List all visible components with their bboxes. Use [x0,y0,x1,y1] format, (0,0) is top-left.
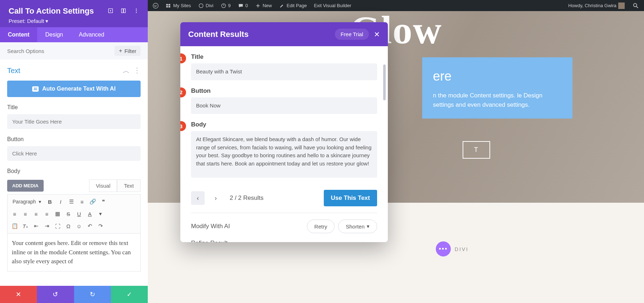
tab-design[interactable]: Design [37,27,71,42]
add-media-button[interactable]: ADD MEDIA [7,180,44,192]
updates-link[interactable]: 9 [219,0,233,11]
fullscreen-icon[interactable]: ⛶ [53,222,63,230]
modal-scrollbar[interactable] [383,64,386,100]
svg-point-5 [199,4,203,8]
svg-point-12 [136,10,137,11]
textcolor-icon[interactable]: A [85,210,95,218]
panel-header: Call To Action Settings Preset: Default … [0,0,148,27]
search-input[interactable] [7,48,114,54]
cancel-button[interactable]: ✕ [0,286,37,303]
undo-button[interactable]: ↺ [37,286,74,303]
wp-admin-bar: My Sites Divi 9 0 New Edit Page Exit Vis… [148,0,644,11]
svg-point-11 [136,9,137,9]
use-this-text-button[interactable]: Use This Text [324,190,377,206]
editor-tab-text[interactable]: Text [117,179,141,192]
divi-fab[interactable]: ••• [436,241,451,256]
textcolor-picker-icon[interactable]: ▾ [96,210,106,218]
divi-label: DIVI [455,246,469,252]
settings-panel: Call To Action Settings Preset: Default … [0,0,148,303]
next-result-button[interactable]: › [209,191,223,205]
panel-footer: ✕ ↺ ↻ ✓ [0,286,148,303]
button-label: Button [7,136,141,143]
result-body-label: Body [191,121,377,128]
cta-preview-button[interactable]: T [463,141,490,159]
search-icon[interactable] [630,0,641,11]
more-icon[interactable] [133,6,139,16]
result-button-label: Button [191,87,377,95]
section-more-icon[interactable]: ⋮ [133,66,141,76]
new-link[interactable]: New [253,0,274,11]
title-input[interactable] [7,114,141,129]
align-left-icon[interactable]: ≡ [10,210,20,218]
svg-point-8 [110,10,111,11]
indent-in-icon[interactable]: ⇥ [42,222,52,230]
cta-preview-body: n the module Content settings. le Design… [433,91,562,109]
free-trial-badge[interactable]: Free Trial [335,29,369,40]
align-justify-icon[interactable]: ≡ [42,210,52,218]
align-center-icon[interactable]: ≡ [20,210,30,218]
result-title-value[interactable]: Beauty with a Twist [191,63,377,80]
chevron-up-icon[interactable]: ︿ [123,66,130,76]
step-badge-1: 1 [180,53,186,63]
redo-icon[interactable]: ↷ [96,222,106,230]
avatar [618,3,625,9]
my-sites-link[interactable]: My Sites [164,0,193,11]
close-icon[interactable]: ✕ [374,30,380,39]
underline-icon[interactable]: U [74,210,84,218]
shorten-button[interactable]: Shorten ▾ [338,220,377,233]
preset-selector[interactable]: Preset: Default ▾ [9,18,139,24]
modal-title: Content Results [188,30,249,39]
svg-rect-4 [169,6,170,7]
svg-point-0 [153,3,158,8]
cta-preview-title: ere [433,67,562,86]
howdy-user[interactable]: Howdy, Christina Gwira [566,0,627,11]
prev-result-button[interactable]: ‹ [191,191,205,205]
site-name-link[interactable]: Divi [196,0,216,11]
comments-link[interactable]: 0 [236,0,250,11]
undo-icon[interactable]: ↶ [85,222,95,230]
tab-advanced[interactable]: Advanced [71,27,112,42]
redo-button[interactable]: ↻ [74,286,111,303]
strike-icon[interactable]: S [63,210,73,218]
clear-format-icon[interactable]: Tₓ [20,222,30,230]
emoji-icon[interactable]: ☺ [74,222,84,230]
grid-icon[interactable] [121,6,126,16]
button-input[interactable] [7,146,141,161]
number-list-icon[interactable]: ≡ [77,197,87,206]
svg-rect-1 [166,4,168,5]
editor-tab-visual[interactable]: Visual [89,179,117,192]
wp-logo[interactable] [151,0,161,11]
paragraph-select[interactable]: Paragraph ▾ [10,197,44,206]
italic-icon[interactable]: I [55,197,65,206]
body-editor[interactable]: Your content goes here. Edit or remove t… [7,234,141,271]
panel-tabs: Content Design Advanced [0,27,148,42]
align-right-icon[interactable]: ≡ [31,210,41,218]
filter-button[interactable]: +Filter [114,46,141,56]
expand-icon[interactable] [108,6,113,16]
auto-generate-ai-button[interactable]: AI Auto Generate Text With AI [7,81,141,97]
link-icon[interactable]: 🔗 [88,197,98,206]
svg-rect-10 [124,9,126,13]
bullet-list-icon[interactable]: ☰ [66,197,76,206]
refine-result-label: Refine Result [191,240,377,242]
svg-point-13 [136,12,137,13]
quote-icon[interactable]: ❝ [98,197,108,206]
cta-preview-box[interactable]: ere n the module Content settings. le De… [422,57,572,119]
result-button-value[interactable]: Book Now [191,97,377,114]
tab-content[interactable]: Content [0,27,37,42]
table-icon[interactable]: ▦ [53,210,63,218]
text-section-toggle[interactable]: Text ︿ ⋮ [7,66,141,76]
edit-page-link[interactable]: Edit Page [277,0,309,11]
search-row: +Filter [0,42,148,59]
save-button[interactable]: ✓ [111,286,148,303]
exit-visual-builder[interactable]: Exit Visual Builder [312,0,353,11]
ai-chip-icon: AI [32,86,39,92]
svg-rect-9 [121,9,123,13]
indent-out-icon[interactable]: ⇤ [31,222,41,230]
result-body-value[interactable] [191,131,377,178]
bold-icon[interactable]: B [45,197,55,206]
omega-icon[interactable]: Ω [63,222,73,230]
result-nav: ‹ › 2 / 2 Results Use This Text [191,186,377,213]
retry-button[interactable]: Retry [307,220,335,233]
paste-icon[interactable]: 📋 [10,222,20,230]
